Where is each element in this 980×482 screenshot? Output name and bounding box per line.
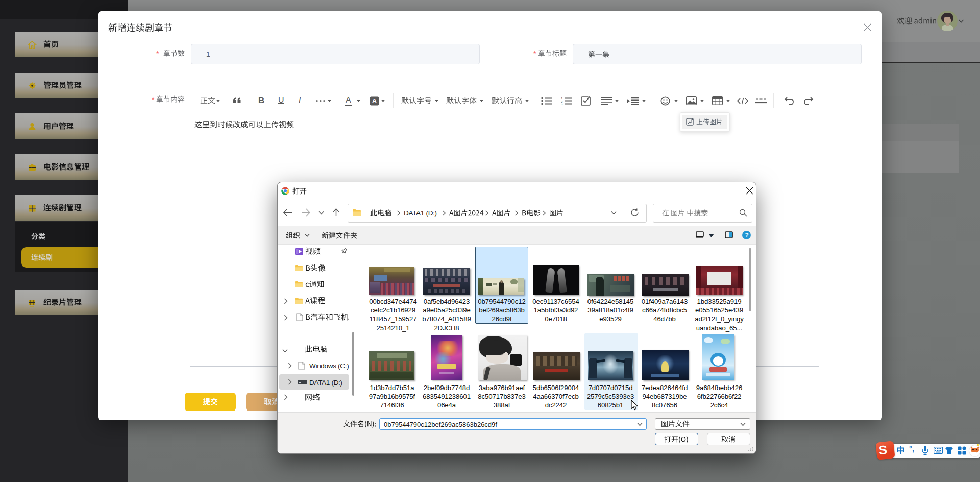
svg-text:3: 3	[561, 103, 563, 106]
svg-text:1: 1	[561, 97, 563, 100]
svg-text:A: A	[372, 97, 377, 105]
